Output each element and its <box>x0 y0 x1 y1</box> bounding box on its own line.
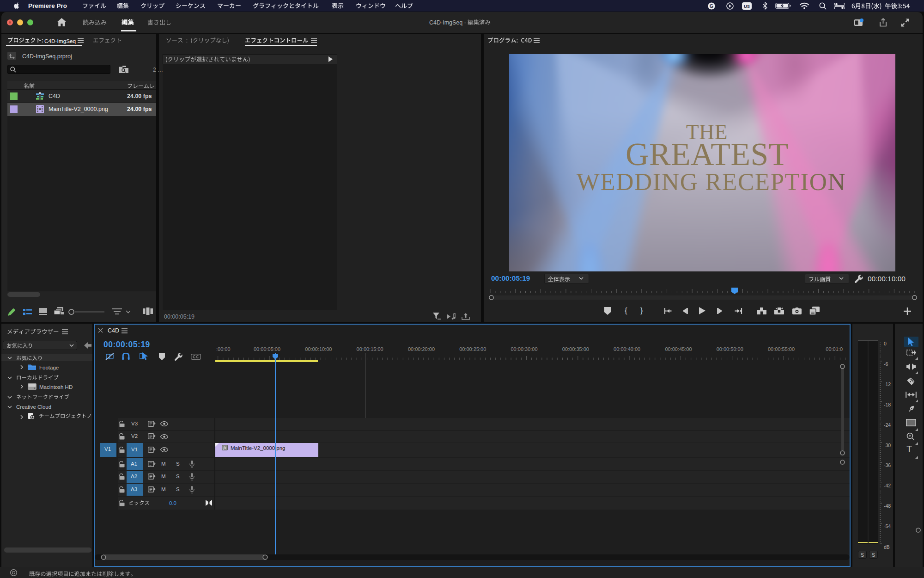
svg-text:G: G <box>710 3 714 9</box>
svg-text:US: US <box>744 3 750 8</box>
